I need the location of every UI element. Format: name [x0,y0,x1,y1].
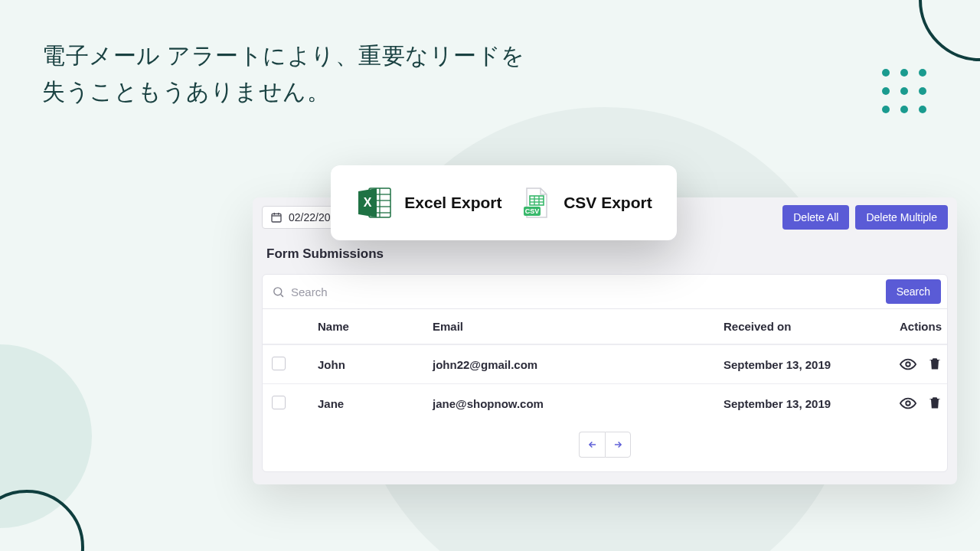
col-name: Name [318,320,433,333]
col-actions: Actions [900,320,946,333]
table-row: John john22@gmail.com September 13, 2019 [263,344,947,383]
excel-export-label: Excel Export [404,194,501,212]
svg-point-1 [274,287,282,295]
cell-email: jane@shopnow.com [433,397,724,410]
delete-multiple-button[interactable]: Delete Multiple [855,205,948,230]
pager [263,422,947,471]
section-title: Form Submissions [253,236,957,274]
search-icon [272,285,285,298]
submissions-panel: 02/22/2022 Delete All Delete Multiple Fo… [253,197,957,484]
bg-arc-top-right [919,0,980,61]
csv-export-label: CSV Export [564,194,652,212]
row-actions [900,395,942,412]
search-bar: Search [263,275,947,309]
headline-line2: 失うこともうありません。 [42,74,525,110]
row-actions [900,356,942,373]
row-checkbox[interactable] [272,357,286,370]
csv-icon: CSV [518,185,553,220]
svg-rect-0 [272,214,281,222]
search-input[interactable] [291,285,877,298]
page-next-button[interactable] [605,432,631,458]
submissions-card: Search Name Email Received on Actions Jo… [262,274,948,472]
col-received: Received on [724,320,900,333]
svg-text:CSV: CSV [525,207,540,215]
cell-received: September 13, 2019 [724,358,900,371]
headline-line1: 電子メール アラートにより、重要なリードを [42,38,525,74]
delete-icon[interactable] [927,395,942,412]
table-header: Name Email Received on Actions [263,309,947,344]
svg-point-3 [906,401,910,406]
svg-text:X: X [364,196,372,209]
table-row: Jane jane@shopnow.com September 13, 2019 [263,383,947,422]
decorative-dot-grid [882,69,926,113]
svg-point-2 [906,362,910,367]
view-icon[interactable] [900,395,916,412]
search-button[interactable]: Search [886,279,941,304]
view-icon[interactable] [900,356,916,373]
cell-email: john22@gmail.com [433,358,724,371]
delete-all-button[interactable]: Delete All [782,205,849,230]
delete-icon[interactable] [927,356,942,373]
row-checkbox[interactable] [272,396,286,409]
cell-name: Jane [318,397,433,410]
cell-received: September 13, 2019 [724,397,900,410]
excel-export-button[interactable]: X Excel Export [355,184,501,222]
excel-icon: X [355,184,394,222]
export-card: X Excel Export CSV CSV Export [331,165,677,240]
toolbar-right: Delete All Delete Multiple [782,205,948,230]
cell-name: John [318,358,433,371]
col-email: Email [433,320,724,333]
page-prev-button[interactable] [579,432,605,458]
page-headline: 電子メール アラートにより、重要なリードを 失うこともうありません。 [42,38,525,109]
search-input-wrap [263,278,886,306]
csv-export-button[interactable]: CSV CSV Export [518,185,652,220]
bg-arc-bottom-left [0,490,84,551]
calendar-icon [270,211,283,223]
